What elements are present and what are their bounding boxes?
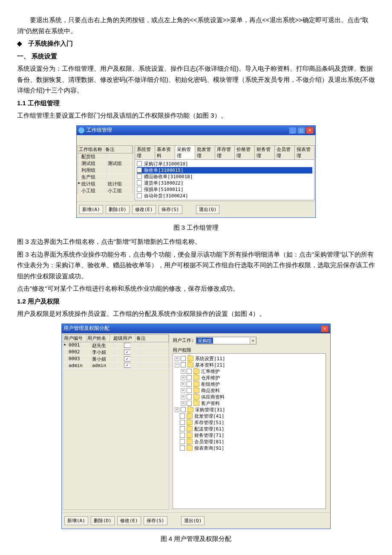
tree-toggle-icon[interactable]: +	[175, 408, 179, 412]
maximize-button[interactable]: □	[297, 127, 305, 134]
checkbox-icon[interactable]	[180, 413, 185, 419]
checkbox-icon[interactable]	[180, 426, 185, 431]
titlebar[interactable]: 用户管理及权限分配 ×	[62, 324, 330, 333]
workgroup-combobox[interactable]: 采购组 ▾	[196, 337, 257, 344]
checkbox-icon[interactable]	[180, 445, 185, 451]
operation-item[interactable]: 采购订单[3100010]	[137, 161, 312, 167]
operation-item[interactable]: 赠品验收单[3100018]	[137, 173, 312, 180]
checkbox-icon[interactable]	[124, 363, 131, 368]
table-row[interactable]: 利用组	[78, 167, 133, 174]
close-button[interactable]: ×	[306, 127, 314, 134]
module-tab[interactable]: 基本资料	[155, 145, 175, 159]
tree-item[interactable]: +仓库维护	[181, 375, 324, 381]
operation-item[interactable]: 报损单[5100011]	[137, 186, 312, 193]
table-row[interactable]: 小工组小工组	[78, 188, 133, 194]
tree-item[interactable]: +采购管理[31]	[175, 407, 324, 413]
tree-item[interactable]: 会员管理[81]	[175, 439, 324, 445]
checkbox-icon[interactable]	[180, 433, 185, 438]
checkbox-icon[interactable]	[124, 356, 131, 361]
table-row[interactable]: 生产组	[78, 174, 133, 181]
tree-item[interactable]: −基本资料[21]	[175, 362, 324, 368]
close-button[interactable]: ×	[321, 325, 329, 332]
cell-superuser[interactable]	[115, 349, 140, 356]
tree-item[interactable]: 报表查询[91]	[175, 445, 324, 451]
checkbox-icon[interactable]	[137, 168, 142, 173]
module-tab[interactable]: 报表管理	[294, 145, 315, 159]
delete-button[interactable]: 删除(D)	[106, 205, 130, 214]
table-row[interactable]: 0003黄小姐	[63, 356, 169, 363]
module-tab[interactable]: 采购管理	[175, 145, 195, 159]
module-tab[interactable]: 会员管理	[274, 145, 295, 159]
checkbox-icon[interactable]	[137, 187, 142, 192]
checkbox-icon[interactable]	[137, 180, 142, 185]
checkbox-icon[interactable]	[137, 161, 142, 166]
checkbox-icon[interactable]	[180, 439, 185, 444]
table-row[interactable]: 测试组测试组	[78, 160, 133, 167]
checkbox-icon[interactable]	[187, 394, 192, 399]
tree-item[interactable]: 批发管理[41]	[175, 413, 324, 419]
checkbox-icon[interactable]	[187, 401, 192, 406]
operation-item[interactable]: 验收单[3100015]	[137, 167, 312, 173]
checkbox-icon[interactable]	[187, 375, 192, 380]
chevron-down-icon[interactable]: ▾	[250, 338, 256, 344]
checkbox-icon[interactable]	[187, 382, 192, 387]
add-button[interactable]: 新增(A)	[64, 516, 88, 525]
table-row[interactable]: adminadmin	[63, 363, 169, 369]
module-tab[interactable]: 库存管理	[215, 145, 235, 159]
tree-item[interactable]: +柜组维护	[181, 381, 324, 387]
module-tab[interactable]: 批发管理	[195, 145, 215, 159]
table-row[interactable]: 配货组	[78, 153, 133, 160]
checkbox-icon[interactable]	[137, 193, 142, 198]
cell-superuser[interactable]	[115, 356, 140, 362]
edit-button[interactable]: 修改(E)	[117, 516, 141, 525]
tree-item[interactable]: 财务管理[71]	[175, 432, 324, 439]
cell-superuser[interactable]	[115, 363, 140, 368]
tree-toggle-icon[interactable]: +	[181, 369, 185, 374]
table-row[interactable]: ▶0001赵先生	[63, 342, 169, 349]
add-button[interactable]: 新增(A)	[79, 205, 103, 214]
module-tab[interactable]: 价格管理	[234, 145, 255, 159]
tree-item[interactable]: +客户资料	[181, 400, 324, 407]
tree-toggle-icon[interactable]: +	[181, 382, 185, 387]
tree-item[interactable]: 配送管理[61]	[175, 426, 324, 432]
cell-superuser[interactable]	[115, 342, 140, 349]
table-row[interactable]: 0002李小姐	[63, 349, 169, 356]
tree-toggle-icon[interactable]: +	[175, 356, 179, 361]
tree-item[interactable]: +供应商资料	[181, 394, 324, 400]
permission-tree[interactable]: +系统设置[11]−基本资料[21]+汇率维护+仓库维护+柜组维护+商品资料+供…	[173, 353, 326, 509]
tree-item[interactable]: +汇率维护	[181, 368, 324, 375]
delete-button[interactable]: 删除(D)	[91, 516, 115, 525]
minimize-button[interactable]: _	[289, 127, 297, 134]
checkbox-icon[interactable]	[124, 343, 131, 348]
tree-toggle-icon[interactable]: −	[175, 363, 179, 367]
checkbox-icon[interactable]	[181, 407, 186, 412]
checkbox-icon[interactable]	[187, 388, 192, 393]
checkbox-icon[interactable]	[137, 174, 142, 179]
exit-button[interactable]: 退出(Q)	[181, 516, 205, 525]
checkbox-icon[interactable]	[180, 420, 185, 425]
checkbox-icon[interactable]	[187, 369, 192, 374]
exit-button[interactable]: 退出(Q)	[196, 205, 220, 214]
tree-toggle-icon[interactable]: +	[181, 401, 185, 406]
checkbox-icon[interactable]	[124, 350, 131, 355]
checkbox-icon[interactable]	[181, 356, 186, 361]
module-tab[interactable]: 财务管理	[254, 145, 275, 159]
workgroup-grid[interactable]: 工作组名称 备注 配货组测试组测试组利用组生产组▶统计组统计组小工组小工组	[78, 136, 133, 200]
save-button[interactable]: 保存(S)	[159, 205, 182, 214]
tree-item[interactable]: +商品资料	[181, 387, 324, 394]
operation-item[interactable]: 自动补货[3100024]	[137, 193, 312, 199]
edit-button[interactable]: 修改(E)	[132, 205, 156, 214]
tree-item[interactable]: 库存管理[51]	[175, 419, 324, 426]
save-button[interactable]: 保存(S)	[144, 516, 167, 525]
titlebar[interactable]: 工作组管理 _ □ ×	[77, 126, 315, 135]
user-grid[interactable]: 用户编号 用户姓名 超级用户 备注 ▶0001赵先生0002李小姐0003黄小姐…	[63, 334, 169, 512]
tree-toggle-icon[interactable]: +	[181, 376, 185, 380]
tree-toggle-icon[interactable]: +	[181, 395, 185, 399]
checkbox-icon[interactable]	[181, 362, 186, 367]
table-row[interactable]: ▶统计组统计组	[78, 181, 133, 188]
operation-list[interactable]: 采购订单[3100010]验收单[3100015]赠品验收单[3100018]退…	[135, 159, 314, 200]
module-tab[interactable]: 系统管理	[135, 145, 155, 159]
tree-toggle-icon[interactable]: +	[181, 388, 185, 393]
tree-item[interactable]: +系统设置[11]	[175, 356, 324, 362]
operation-item[interactable]: 退货单[3100022]	[137, 180, 312, 186]
